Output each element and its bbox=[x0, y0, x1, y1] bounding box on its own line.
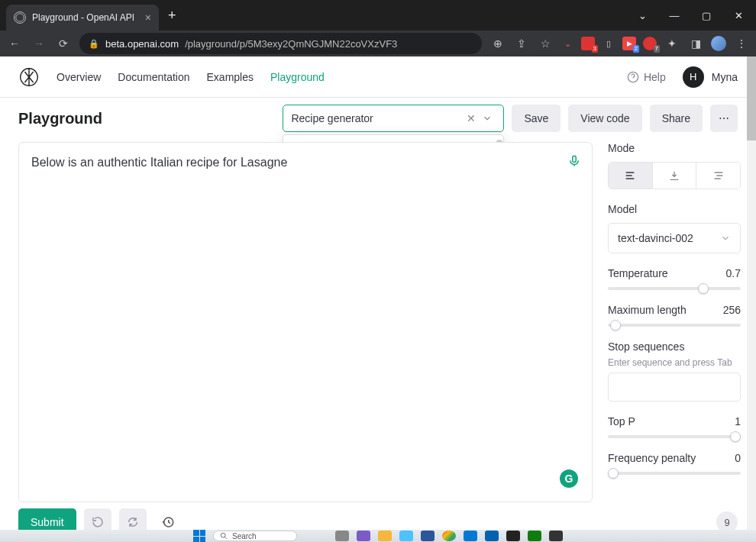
top-p-slider[interactable] bbox=[608, 435, 741, 438]
extension-orange-icon[interactable]: 7 bbox=[643, 37, 657, 50]
taskbar-app[interactable] bbox=[549, 531, 563, 541]
slider-thumb[interactable] bbox=[730, 431, 741, 442]
clear-preset-icon[interactable]: ✕ bbox=[464, 112, 479, 124]
chevron-down-icon bbox=[720, 233, 731, 244]
taskbar-app[interactable] bbox=[399, 531, 413, 541]
editor-column: Below is an authentic Italian recipe for… bbox=[0, 139, 600, 502]
taskbar-app[interactable] bbox=[421, 531, 435, 541]
temperature-value: 0.7 bbox=[726, 267, 741, 279]
taskbar-app[interactable] bbox=[485, 531, 499, 541]
align-icon bbox=[624, 169, 636, 182]
svg-line-11 bbox=[225, 537, 227, 539]
stop-sequences-label: Stop sequences bbox=[608, 340, 741, 353]
browser-toolbar: ← → ⟳ 🔒 beta.openai.com/playground/p/5M3… bbox=[0, 31, 756, 56]
chevron-down-icon[interactable]: ⌄ bbox=[629, 5, 655, 26]
undo-icon bbox=[92, 516, 104, 528]
maximize-icon[interactable]: ▢ bbox=[693, 5, 719, 26]
taskbar-app[interactable] bbox=[378, 531, 392, 541]
preset-value: Recipe generator bbox=[291, 112, 464, 124]
max-length-label: Maximum length 256 bbox=[608, 304, 741, 316]
search-icon bbox=[220, 532, 228, 540]
taskbar-apps bbox=[335, 531, 563, 541]
slider-thumb[interactable] bbox=[610, 320, 621, 331]
taskbar-app[interactable] bbox=[528, 531, 541, 541]
forward-icon[interactable]: → bbox=[31, 35, 47, 52]
temperature-label: Temperature 0.7 bbox=[608, 267, 741, 279]
model-label: Model bbox=[608, 203, 741, 215]
help-link[interactable]: Help bbox=[627, 71, 666, 83]
close-window-icon[interactable]: ✕ bbox=[725, 5, 751, 26]
nav-documentation[interactable]: Documentation bbox=[118, 71, 189, 83]
model-value: text-davinci-002 bbox=[618, 232, 720, 244]
windows-taskbar: Search bbox=[0, 530, 756, 542]
frequency-penalty-value: 0 bbox=[735, 452, 741, 464]
url-bar[interactable]: 🔒 beta.openai.com/playground/p/5M3exy2Qm… bbox=[79, 33, 482, 54]
header-row: Playground Recipe generator ✕ MY PRESETS… bbox=[0, 98, 756, 139]
taskbar-app[interactable] bbox=[442, 531, 456, 541]
slider-thumb[interactable] bbox=[608, 468, 619, 479]
edit-icon bbox=[712, 169, 725, 182]
profile-avatar[interactable] bbox=[711, 36, 726, 51]
prompt-textarea[interactable]: Below is an authentic Italian recipe for… bbox=[18, 142, 593, 502]
share-browser-icon[interactable]: ⇪ bbox=[513, 35, 530, 52]
taskbar-search[interactable]: Search bbox=[213, 531, 297, 541]
windows-logo-icon bbox=[193, 530, 205, 542]
preset-select[interactable]: Recipe generator ✕ MY PRESETS Recipe gen… bbox=[283, 105, 504, 132]
page-scrollbar-track bbox=[747, 56, 756, 542]
back-icon[interactable]: ← bbox=[6, 35, 23, 52]
tab-title: Playground - OpenAI API bbox=[32, 12, 139, 23]
ellipsis-icon: ⋯ bbox=[719, 112, 729, 124]
nav-examples[interactable]: Examples bbox=[207, 71, 254, 83]
help-icon bbox=[627, 71, 639, 83]
close-tab-icon[interactable]: × bbox=[145, 11, 151, 24]
model-select[interactable]: text-davinci-002 bbox=[608, 223, 741, 253]
pocket-icon[interactable]: ⌄ bbox=[561, 37, 574, 50]
browser-tab[interactable]: Playground - OpenAI API × bbox=[6, 5, 159, 31]
minimize-icon[interactable]: ― bbox=[661, 5, 687, 26]
taskbar-app[interactable] bbox=[506, 531, 520, 541]
max-length-slider[interactable] bbox=[608, 324, 741, 327]
extensions-puzzle-icon[interactable]: ✦ bbox=[664, 35, 680, 52]
mode-edit-button[interactable] bbox=[696, 163, 740, 189]
chevron-down-icon[interactable] bbox=[479, 113, 496, 124]
main-content: Below is an authentic Italian recipe for… bbox=[0, 139, 756, 502]
zoom-icon[interactable]: ⊕ bbox=[489, 35, 506, 52]
temperature-slider[interactable] bbox=[608, 287, 741, 290]
nav-playground[interactable]: Playground bbox=[270, 71, 325, 83]
grammarly-icon[interactable]: G bbox=[560, 469, 578, 488]
frequency-penalty-label: Frequency penalty 0 bbox=[608, 452, 741, 464]
star-icon[interactable]: ☆ bbox=[537, 35, 554, 52]
side-panel-icon[interactable]: ◨ bbox=[687, 35, 704, 52]
new-tab-button[interactable]: + bbox=[159, 8, 186, 24]
extension-icons: ⊕ ⇪ ☆ ⌄ 3 ▯ ▶2 7 ✦ ◨ ⋮ bbox=[489, 35, 750, 52]
svg-point-0 bbox=[16, 14, 24, 22]
taskbar-app[interactable] bbox=[335, 531, 349, 541]
mode-insert-button[interactable] bbox=[652, 163, 696, 189]
page-body: Overview Documentation Examples Playgrou… bbox=[0, 56, 756, 542]
more-menu-button[interactable]: ⋯ bbox=[710, 105, 738, 132]
taskbar-app[interactable] bbox=[464, 531, 477, 541]
top-nav: Overview Documentation Examples Playgrou… bbox=[0, 56, 756, 98]
frequency-penalty-slider[interactable] bbox=[608, 472, 741, 475]
browser-menu-icon[interactable]: ⋮ bbox=[733, 35, 750, 52]
prompt-text: Below is an authentic Italian recipe for… bbox=[31, 156, 287, 169]
mode-label: Mode bbox=[608, 142, 741, 154]
save-button[interactable]: Save bbox=[512, 105, 561, 132]
user-menu[interactable]: H Myna bbox=[683, 66, 738, 88]
extension-blue-icon[interactable]: ▶2 bbox=[622, 37, 636, 50]
share-button[interactable]: Share bbox=[650, 105, 703, 132]
nav-overview[interactable]: Overview bbox=[57, 71, 101, 83]
reload-icon[interactable]: ⟳ bbox=[55, 35, 72, 52]
slider-thumb[interactable] bbox=[698, 283, 709, 294]
mode-complete-button[interactable] bbox=[609, 163, 652, 189]
start-button[interactable] bbox=[193, 530, 205, 542]
view-code-button[interactable]: View code bbox=[568, 105, 641, 132]
stop-sequences-input[interactable] bbox=[608, 373, 741, 402]
page-scrollbar-thumb[interactable] bbox=[747, 56, 756, 140]
device-icon[interactable]: ▯ bbox=[602, 37, 615, 50]
openai-logo[interactable] bbox=[18, 66, 40, 88]
extension-red-icon[interactable]: 3 bbox=[581, 37, 595, 50]
window-controls: ⌄ ― ▢ ✕ bbox=[629, 5, 751, 26]
taskbar-app[interactable] bbox=[357, 531, 370, 541]
microphone-icon[interactable] bbox=[567, 153, 581, 174]
